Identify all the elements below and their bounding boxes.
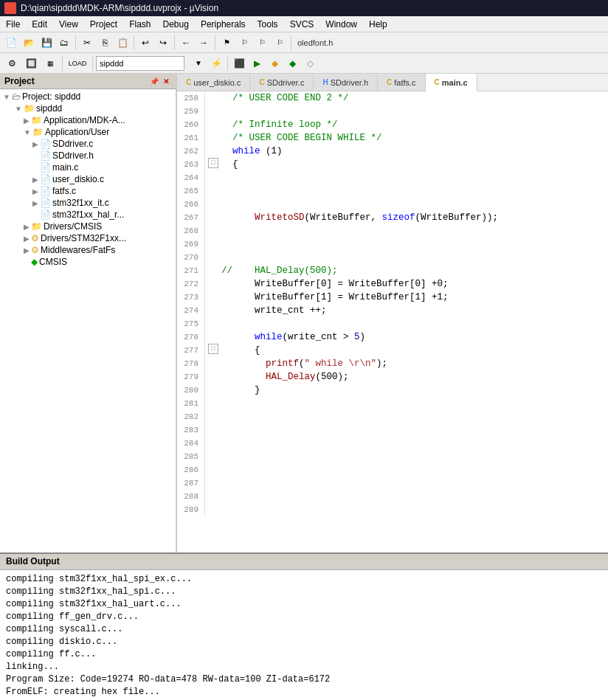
pin-icon[interactable]: 📌 <box>149 76 159 86</box>
open-button[interactable]: 📂 <box>21 35 37 51</box>
code-line-276: 276 while(write_cnt > 5) <box>177 330 608 344</box>
bookmark3-button[interactable]: ⚐ <box>254 35 270 51</box>
ln-285: 285 <box>177 450 205 463</box>
code-panel: C user_diskio.c C SDdriver.c H SDdriver.… <box>177 74 608 552</box>
cc-261: /* USER CODE BEGIN WHILE */ <box>218 131 608 145</box>
tab-main-c-icon: C <box>435 78 440 86</box>
sep2 <box>134 35 134 50</box>
tree-sipddd[interactable]: ▼ 📁 sipddd <box>3 103 173 114</box>
tab-fatfs-c[interactable]: C fatfs.c <box>378 74 426 91</box>
code-line-258: 258 /* USER CODE END 2 */ <box>177 91 608 105</box>
debug4-button[interactable]: ◆ <box>284 55 300 72</box>
back-button[interactable]: ← <box>178 35 194 51</box>
new-button[interactable]: 📄 <box>3 35 19 51</box>
ln-266: 266 <box>177 198 205 211</box>
tree-cmsis-gem-label: CMSIS <box>39 257 67 267</box>
tab-sddriver-h-icon: H <box>322 78 328 86</box>
build-title: Build Output <box>6 556 60 566</box>
tree-root[interactable]: ▼ 🗁 Project: sipddd <box>3 91 173 103</box>
bookmark4-button[interactable]: ⚐ <box>272 35 288 51</box>
tree-user-diskio-label: user_diskio.c <box>52 174 104 184</box>
tree-cmsis-gem[interactable]: ▶ ◆ CMSIS <box>3 256 173 268</box>
debug5-button[interactable]: ◇ <box>302 55 318 72</box>
ln-259: 259 <box>177 105 205 118</box>
close-panel-icon[interactable]: ✕ <box>161 76 171 86</box>
tree-stm32-hal[interactable]: ▶ 📄 stm32f1xx_hal_r... <box>3 209 173 221</box>
code-line-261: 261 /* USER CODE BEGIN WHILE */ <box>177 131 608 145</box>
sep7 <box>92 56 93 71</box>
menu-item-edit[interactable]: Edit <box>26 18 53 31</box>
toolbar1: 📄 📂 💾 🗂 ✂ ⎘ 📋 ↩ ↪ ← → ⚑ ⚐ ⚐ ⚐ oledfont.h <box>0 32 608 53</box>
cut-button[interactable]: ✂ <box>79 35 95 51</box>
target-options-button[interactable]: ▼ <box>190 55 207 72</box>
tab-user-diskio[interactable]: C user_diskio.c <box>177 74 250 91</box>
build-line: compiling ff.c... <box>6 648 602 661</box>
menu-item-svcs[interactable]: SVCS <box>284 18 320 31</box>
menu-item-view[interactable]: View <box>53 18 84 31</box>
copy-button[interactable]: ⎘ <box>97 35 113 51</box>
tree-stm32-it[interactable]: ▶ 📄 stm32f1xx_it.c <box>3 197 173 209</box>
cmsis-gem-icon: ◆ <box>31 257 38 267</box>
bookmark1-button[interactable]: ⚑ <box>218 35 235 51</box>
menu-item-debug[interactable]: Debug <box>157 18 195 31</box>
fatfs-file-icon: 📄 <box>40 186 51 196</box>
load-button[interactable]: LOAD <box>66 55 89 72</box>
save-all-button[interactable]: 🗂 <box>56 35 72 51</box>
ln-260: 260 <box>177 118 205 131</box>
undo-button[interactable]: ↩ <box>137 35 153 51</box>
cc-278: printf(" while \r\n"); <box>218 357 608 370</box>
build-output-panel: Build Output compiling stm32f1xx_hal_spi… <box>0 552 608 700</box>
sipddd-folder-icon: 📁 <box>24 103 35 114</box>
tree-main-c[interactable]: ▶ 📄 main.c <box>3 162 173 173</box>
redo-button[interactable]: ↪ <box>155 35 171 51</box>
tree-drivers-cmsis[interactable]: ▶ 📁 Drivers/CMSIS <box>3 221 173 232</box>
rebuild-button[interactable]: ▦ <box>41 55 59 72</box>
tree-drivers-stm32[interactable]: ▶ ⚙ Drivers/STM32F1xx... <box>3 232 173 244</box>
tree-middlewares[interactable]: ▶ ⚙ Middlewares/FatFs <box>3 244 173 256</box>
magic-wand-button[interactable]: ⚡ <box>208 55 224 72</box>
tree-user-diskio[interactable]: ▶ 📄 user_diskio.c <box>3 173 173 185</box>
build-line: Program Size: Code=19274 RO-data=478 RW-… <box>6 673 602 686</box>
translate-button[interactable]: ⚙ <box>3 55 21 72</box>
ln-267: 267 <box>177 211 205 224</box>
tree-sddriver-c[interactable]: ▶ 📄 SDdriver.c <box>3 138 173 150</box>
menu-item-project[interactable]: Project <box>84 18 123 31</box>
project-panel: Project 📌 ✕ ▼ 🗁 Project: sipddd ▼ 📁 sipd… <box>0 74 177 552</box>
code-area[interactable]: 258 /* USER CODE END 2 */ 259 260 /* Inf… <box>177 91 608 552</box>
debug1-button[interactable]: ⬛ <box>231 55 247 72</box>
tree-sddriver-h[interactable]: ▶ 📄 SDdriver.h <box>3 150 173 162</box>
ln-282: 282 <box>177 410 205 423</box>
code-line-278: 278 printf(" while \r\n"); <box>177 357 608 370</box>
tab-sddriver-h[interactable]: H SDdriver.h <box>314 74 378 91</box>
app-mdk-expand-icon: ▶ <box>24 117 30 125</box>
menu-item-file[interactable]: File <box>0 18 26 31</box>
tab-main-c[interactable]: C main.c <box>426 74 477 91</box>
tree-app-user[interactable]: ▼ 📁 Application/User <box>3 126 173 138</box>
debug2-button[interactable]: ▶ <box>249 55 265 72</box>
tree-app-mdk[interactable]: ▶ 📁 Application/MDK-A... <box>3 114 173 126</box>
tab-sddriver-c[interactable]: C SDdriver.c <box>250 74 314 91</box>
code-line-264: 264 <box>177 171 608 184</box>
bookmark2-button[interactable]: ⚐ <box>236 35 252 51</box>
build-header: Build Output <box>0 554 608 570</box>
target-input[interactable] <box>96 56 184 71</box>
user-diskio-expand-icon: ▶ <box>32 176 38 184</box>
fold-277[interactable]: □ <box>208 344 218 354</box>
menu-item-peripherals[interactable]: Peripherals <box>195 18 252 31</box>
menu-item-tools[interactable]: Tools <box>252 18 284 31</box>
sep5 <box>291 35 291 50</box>
save-button[interactable]: 💾 <box>38 35 55 51</box>
ln-262: 262 <box>177 145 205 158</box>
menu-item-flash[interactable]: Flash <box>123 18 156 31</box>
menu-item-window[interactable]: Window <box>319 18 363 31</box>
menu-item-help[interactable]: Help <box>363 18 393 31</box>
paste-button[interactable]: 📋 <box>114 35 131 51</box>
tree-fatfs-c[interactable]: ▶ 📄 fatfs.c <box>3 185 173 197</box>
build2-button[interactable]: 🔲 <box>22 55 40 72</box>
middlewares-expand-icon: ▶ <box>24 246 30 254</box>
build-content[interactable]: compiling stm32f1xx_hal_spi_ex.c...compi… <box>0 570 608 700</box>
forward-button[interactable]: → <box>196 35 212 51</box>
app-user-expand-icon: ▼ <box>24 128 31 136</box>
fold-263[interactable]: □ <box>208 158 218 168</box>
debug3-button[interactable]: ◆ <box>266 55 283 72</box>
